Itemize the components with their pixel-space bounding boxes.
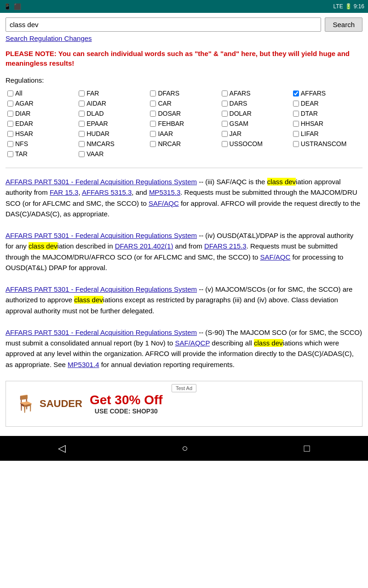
result-2-dfars1-link[interactable]: DFARS 201.402(1): [115, 242, 173, 250]
checkbox-label-dlad[interactable]: DLAD: [86, 110, 104, 117]
recent-button[interactable]: □: [299, 438, 315, 459]
checkbox-ustranscom[interactable]: [293, 141, 299, 147]
checkbox-label-nmcars[interactable]: NMCARS: [86, 140, 115, 147]
result-2-dfars2-link[interactable]: DFARS 215.3: [204, 242, 247, 250]
result-2-link[interactable]: AFFARS PART 5301 - Federal Acquisition R…: [6, 232, 197, 239]
ad-banner[interactable]: Test Ad 🪑 SAUDER Get 30% Off USE CODE: S…: [6, 381, 362, 427]
search-row: Search: [6, 17, 362, 32]
ad-promo-text: Get 30% Off: [90, 393, 163, 407]
checkbox-label-gsam[interactable]: GSAM: [230, 120, 248, 127]
search-highlight: class dev: [254, 339, 283, 347]
checkbox-label-dear[interactable]: DEAR: [301, 100, 319, 107]
nav-bar: ◁ ○ □: [0, 436, 368, 461]
checkbox-afars[interactable]: [222, 90, 228, 96]
checkbox-dfars[interactable]: [150, 90, 156, 96]
checkbox-label-lifar[interactable]: LIFAR: [301, 130, 319, 137]
checkbox-epaar[interactable]: [79, 121, 85, 127]
checkbox-label-all[interactable]: All: [15, 90, 23, 97]
checkbox-dtar[interactable]: [293, 111, 299, 117]
checkbox-vaar[interactable]: [79, 151, 85, 157]
checkbox-jar[interactable]: [222, 131, 228, 137]
ad-logo-icon: 🪑: [15, 394, 36, 413]
result-1-safaqc-link[interactable]: SAF/AQC: [149, 199, 179, 207]
result-1-link[interactable]: AFFARS PART 5301 - Federal Acquisition R…: [6, 178, 197, 186]
ad-badge: Test Ad: [172, 384, 196, 392]
checkbox-label-car[interactable]: CAR: [158, 100, 172, 107]
search-button[interactable]: Search: [325, 17, 362, 32]
checkbox-nmcars[interactable]: [79, 141, 85, 147]
checkbox-dlad[interactable]: [79, 111, 85, 117]
ad-logo: 🪑 SAUDER: [15, 394, 82, 413]
checkbox-dolar[interactable]: [222, 111, 228, 117]
result-4-safaqcp-link[interactable]: SAF/AQCP: [175, 339, 210, 347]
checkbox-diar[interactable]: [7, 111, 13, 117]
results-container: AFFARS PART 5301 - Federal Acquisition R…: [6, 176, 362, 370]
checkbox-label-epaar[interactable]: EPAAR: [86, 120, 108, 127]
result-1-far-link[interactable]: FAR 15.3: [50, 188, 79, 196]
checkbox-item-dosar: DOSAR: [148, 109, 219, 118]
checkbox-lifar[interactable]: [293, 131, 299, 137]
result-1-mp-link[interactable]: MP5315.3: [149, 188, 180, 196]
checkbox-label-affars[interactable]: AFFARS: [301, 90, 326, 97]
checkbox-item-iaar: IAAR: [148, 129, 219, 138]
checkbox-label-nfs[interactable]: NFS: [15, 140, 28, 147]
checkbox-far[interactable]: [79, 90, 85, 96]
checkbox-label-diar[interactable]: DIAR: [15, 110, 30, 117]
checkbox-label-aidar[interactable]: AIDAR: [86, 100, 106, 107]
checkbox-item-tar: TAR: [6, 149, 77, 158]
checkbox-agar[interactable]: [7, 101, 13, 107]
checkbox-label-far[interactable]: FAR: [86, 90, 99, 97]
checkbox-nfs[interactable]: [7, 141, 13, 147]
checkbox-aidar[interactable]: [79, 101, 85, 107]
checkbox-nrcar[interactable]: [150, 141, 156, 147]
checkbox-hudar[interactable]: [79, 131, 85, 137]
checkbox-label-jar[interactable]: JAR: [230, 130, 242, 137]
checkbox-dars[interactable]: [222, 101, 228, 107]
search-highlight: class dev: [74, 296, 103, 304]
checkbox-label-nrcar[interactable]: NRCAR: [158, 140, 181, 147]
result-4-link[interactable]: AFFARS PART 5301 - Federal Acquisition R…: [6, 328, 197, 336]
checkbox-label-vaar[interactable]: VAAR: [86, 150, 104, 158]
checkbox-hsar[interactable]: [7, 131, 13, 137]
checkbox-car[interactable]: [150, 101, 156, 107]
checkbox-label-edar[interactable]: EDAR: [15, 120, 33, 127]
checkbox-item-ustranscom: USTRANSCOM: [291, 139, 362, 148]
checkbox-label-fehbar[interactable]: FEHBAR: [158, 120, 184, 127]
checkbox-tar[interactable]: [7, 151, 13, 157]
result-3-link[interactable]: AFFARS PART 5301 - Federal Acquisition R…: [6, 285, 197, 293]
checkbox-dosar[interactable]: [150, 111, 156, 117]
checkbox-item-hudar: HUDAR: [77, 129, 148, 138]
search-input[interactable]: [6, 17, 321, 32]
checkbox-label-hudar[interactable]: HUDAR: [86, 130, 109, 137]
checkbox-label-dtar[interactable]: DTAR: [301, 110, 318, 117]
checkbox-label-dolar[interactable]: DOLAR: [230, 110, 252, 117]
checkbox-label-dars[interactable]: DARS: [230, 100, 247, 107]
checkbox-fehbar[interactable]: [150, 121, 156, 127]
checkbox-label-dosar[interactable]: DOSAR: [158, 110, 181, 117]
checkbox-label-agar[interactable]: AGAR: [15, 100, 34, 107]
checkbox-label-afars[interactable]: AFARS: [230, 90, 251, 97]
checkbox-edar[interactable]: [7, 121, 13, 127]
result-2-safaqc-link[interactable]: SAF/AQC: [260, 253, 290, 261]
checkbox-label-tar[interactable]: TAR: [15, 150, 28, 158]
checkbox-item-hsar: HSAR: [6, 129, 77, 138]
checkbox-dear[interactable]: [293, 101, 299, 107]
result-4-mp-link[interactable]: MP5301.4: [68, 361, 99, 368]
home-button[interactable]: ○: [177, 438, 192, 459]
checkbox-ussocom[interactable]: [222, 141, 228, 147]
checkbox-gsam[interactable]: [222, 121, 228, 127]
checkbox-iaar[interactable]: [150, 131, 156, 137]
checkbox-label-iaar[interactable]: IAAR: [158, 130, 173, 137]
result-1-affars-link[interactable]: AFFARS 5315.3: [82, 188, 132, 196]
checkbox-item-agar: AGAR: [6, 99, 77, 108]
search-reg-changes-link[interactable]: Search Regulation Changes: [6, 34, 362, 42]
checkbox-label-ussocom[interactable]: USSOCOM: [230, 140, 263, 147]
checkbox-affars[interactable]: [293, 90, 299, 96]
checkbox-label-dfars[interactable]: DFARS: [158, 90, 179, 97]
back-button[interactable]: ◁: [53, 438, 70, 459]
checkbox-hhsar[interactable]: [293, 121, 299, 127]
checkbox-label-hhsar[interactable]: HHSAR: [301, 120, 323, 127]
checkbox-all[interactable]: [7, 90, 13, 96]
checkbox-label-hsar[interactable]: HSAR: [15, 130, 33, 137]
checkbox-label-ustranscom[interactable]: USTRANSCOM: [301, 140, 347, 147]
